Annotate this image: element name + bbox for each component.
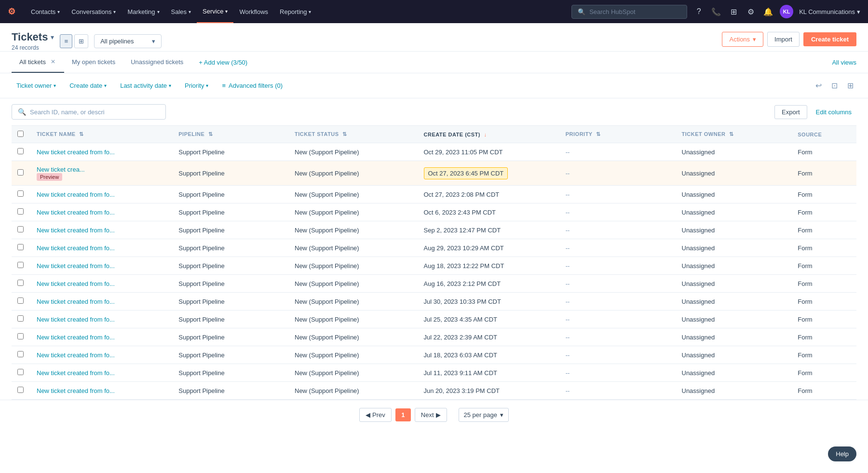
tab-unassigned-tickets[interactable]: Unassigned tickets	[123, 53, 191, 72]
chevron-down-icon: ▾	[104, 83, 107, 88]
ticket-owner-cell: Unassigned	[676, 143, 792, 161]
ticket-link[interactable]: New ticket created from fo...	[37, 316, 167, 323]
ticket-name-cell: New ticket created from fo...	[31, 221, 173, 239]
nav-contacts[interactable]: Contacts ▾	[25, 0, 66, 23]
ticket-link[interactable]: New ticket created from fo...	[37, 280, 167, 287]
row-checkbox-cell	[12, 161, 31, 186]
nav-workflows[interactable]: Workflows	[233, 0, 274, 23]
ticket-link[interactable]: New ticket crea...	[37, 166, 167, 173]
table-search[interactable]: 🔍	[12, 104, 166, 120]
import-button[interactable]: Import	[767, 32, 800, 47]
undo-button[interactable]: ↩	[813, 79, 825, 92]
create-ticket-button[interactable]: Create ticket	[803, 32, 856, 46]
tab-my-open-tickets[interactable]: My open tickets	[64, 53, 123, 72]
nav-marketing[interactable]: Marketing ▾	[122, 0, 165, 23]
actions-button[interactable]: Actions ▾	[722, 32, 763, 47]
ticket-name-cell: New ticket created from fo...	[31, 257, 173, 275]
ticket-link[interactable]: New ticket created from fo...	[37, 227, 167, 234]
table-row: New ticket created from fo...Support Pip…	[12, 203, 856, 221]
help-button[interactable]: Help	[828, 446, 856, 461]
list-view-button[interactable]: ≡	[60, 34, 72, 48]
priority-header[interactable]: Priority ⇅	[560, 126, 676, 143]
global-search[interactable]: 🔍	[571, 5, 687, 19]
row-checkbox[interactable]	[17, 297, 24, 304]
create-date-cell: Jul 18, 2023 6:03 AM CDT	[418, 346, 560, 364]
pipeline-dropdown[interactable]: All pipelines ▾	[94, 34, 162, 48]
row-checkbox[interactable]	[17, 190, 24, 197]
filters-bar: Ticket owner ▾ Create date ▾ Last activi…	[0, 73, 868, 98]
highlighted-date: Oct 27, 2023 6:45 PM CDT	[424, 167, 508, 179]
row-checkbox[interactable]	[17, 369, 24, 375]
grid-icon[interactable]: ⊞	[728, 7, 739, 16]
select-all-header	[12, 126, 31, 143]
row-checkbox[interactable]	[17, 315, 24, 322]
tab-all-tickets[interactable]: All tickets ✕	[12, 52, 64, 73]
top-navigation: ⚙ Contacts ▾ Conversations ▾ Marketing ▾…	[0, 0, 868, 23]
ticket-owner-filter[interactable]: Ticket owner ▾	[12, 80, 61, 92]
prev-button[interactable]: ◀ Prev	[359, 408, 392, 422]
phone-icon[interactable]: 📞	[710, 7, 722, 16]
title-chevron-icon[interactable]: ▾	[51, 33, 54, 41]
ticket-link[interactable]: New ticket created from fo...	[37, 351, 167, 359]
nav-sales[interactable]: Sales ▾	[165, 0, 197, 23]
nav-service[interactable]: Service ▾	[197, 0, 233, 23]
ticket-link[interactable]: New ticket created from fo...	[37, 298, 167, 305]
add-view-button[interactable]: + Add view (3/50)	[191, 53, 255, 72]
help-icon[interactable]: ?	[693, 7, 705, 16]
create-date-filter[interactable]: Create date ▾	[65, 80, 111, 92]
row-checkbox[interactable]	[17, 244, 24, 250]
row-checkbox[interactable]	[17, 226, 24, 232]
row-checkbox[interactable]	[17, 148, 24, 154]
sort-icon: ⇅	[208, 131, 213, 137]
per-page-dropdown[interactable]: 25 per page ▾	[459, 408, 509, 422]
source-cell: Form	[792, 293, 856, 311]
layout-button-2[interactable]: ⊞	[844, 79, 856, 92]
priority-filter[interactable]: Priority ▾	[180, 80, 213, 92]
pipeline-cell: Support Pipeline	[173, 257, 289, 275]
create-date-header[interactable]: Create Date (CST) ↓	[418, 126, 560, 143]
close-icon[interactable]: ✕	[50, 57, 56, 66]
last-activity-date-filter[interactable]: Last activity date ▾	[115, 80, 176, 92]
edit-columns-button[interactable]: Edit columns	[811, 106, 856, 119]
nav-reporting[interactable]: Reporting ▾	[274, 0, 317, 23]
ticket-link[interactable]: New ticket created from fo...	[37, 244, 167, 252]
advanced-filters-button[interactable]: ≡ Advanced filters (0)	[217, 80, 287, 92]
ticket-link[interactable]: New ticket created from fo...	[37, 191, 167, 198]
ticket-link[interactable]: New ticket created from fo...	[37, 209, 167, 216]
global-search-input[interactable]	[589, 8, 681, 15]
table-row: New ticket created from fo...Support Pip…	[12, 186, 856, 203]
row-checkbox[interactable]	[17, 333, 24, 339]
nav-conversations[interactable]: Conversations ▾	[66, 0, 122, 23]
ticket-status-cell: New (Support Pipeline)	[289, 293, 418, 311]
layout-button-1[interactable]: ⊡	[828, 79, 841, 92]
row-checkbox[interactable]	[17, 280, 24, 286]
next-button[interactable]: Next ▶	[415, 408, 447, 422]
ticket-status-header[interactable]: Ticket Status ⇅	[289, 126, 418, 143]
export-button[interactable]: Export	[774, 105, 807, 119]
ticket-name-header[interactable]: Ticket Name ⇅	[31, 126, 173, 143]
ticket-owner-header[interactable]: Ticket Owner ⇅	[676, 126, 792, 143]
ticket-link[interactable]: New ticket created from fo...	[37, 262, 167, 270]
priority-cell: --	[560, 364, 676, 382]
table-search-input[interactable]	[30, 108, 160, 116]
bell-icon[interactable]: 🔔	[762, 7, 774, 16]
select-all-checkbox[interactable]	[17, 131, 24, 137]
all-views-button[interactable]: All views	[832, 59, 856, 66]
row-checkbox[interactable]	[17, 387, 24, 393]
ticket-link[interactable]: New ticket created from fo...	[37, 387, 167, 394]
user-menu[interactable]: KL Communications ▾	[799, 8, 860, 15]
ticket-link[interactable]: New ticket created from fo...	[37, 369, 167, 377]
row-checkbox[interactable]	[17, 262, 24, 268]
settings-icon[interactable]: ⚙	[745, 7, 757, 16]
ticket-link[interactable]: New ticket created from fo...	[37, 334, 167, 341]
row-checkbox[interactable]	[17, 208, 24, 215]
pipeline-header[interactable]: Pipeline ⇅	[173, 126, 289, 143]
ticket-name-cell: New ticket created from fo...	[31, 143, 173, 161]
grid-view-button[interactable]: ⊞	[74, 34, 88, 48]
row-checkbox[interactable]	[17, 351, 24, 357]
preview-badge[interactable]: Preview	[37, 173, 62, 181]
ticket-link[interactable]: New ticket created from fo...	[37, 149, 167, 156]
row-checkbox[interactable]	[17, 169, 24, 176]
current-page[interactable]: 1	[395, 408, 411, 421]
ticket-name-cell: New ticket created from fo...	[31, 328, 173, 346]
